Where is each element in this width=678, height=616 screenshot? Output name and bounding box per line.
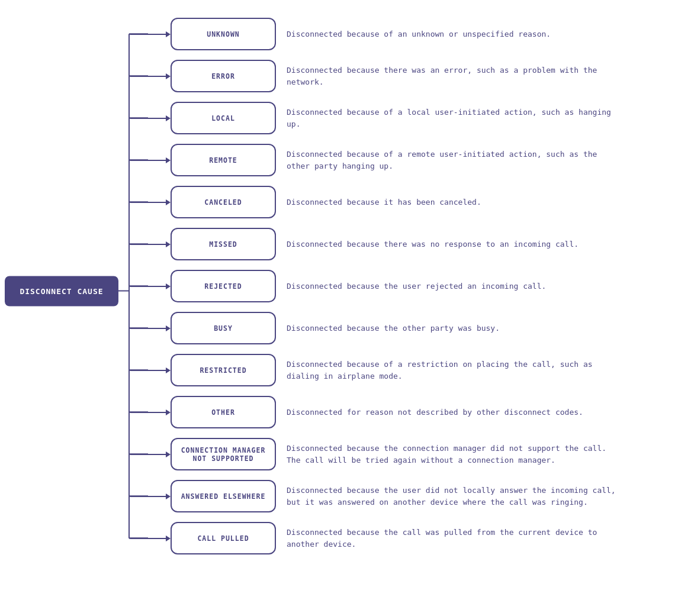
tree-row: RESTRICTEDDisconnected because of a rest… [130, 354, 678, 386]
arrow-head [166, 409, 171, 415]
arrow-head [166, 536, 171, 541]
horizontal-line [130, 496, 166, 497]
arrow-head [166, 451, 171, 457]
tree-row: LOCALDisconnected because of a local use… [130, 102, 678, 134]
connector [130, 494, 171, 499]
node-box-local: LOCAL [171, 102, 276, 134]
connector [130, 283, 171, 289]
tree-row: CALL PULLEDDisconnected because the call… [130, 522, 678, 554]
horizontal-line [130, 244, 166, 245]
horizontal-line [130, 538, 166, 539]
description-unknown: Disconnected because of an unknown or un… [287, 28, 551, 40]
description-rejected: Disconnected because the user rejected a… [287, 280, 546, 292]
arrow-head [166, 31, 171, 37]
tree-row: UNKNOWNDisconnected because of an unknow… [130, 18, 678, 50]
node-box-canceled: CANCELED [171, 186, 276, 218]
connector [130, 73, 171, 79]
description-error: Disconnected because there was an error,… [287, 64, 624, 88]
tree-row: BUSYDisconnected because the other party… [130, 312, 678, 344]
connector [130, 157, 171, 163]
connector [130, 409, 171, 415]
tree-row: MISSEDDisconnected because there was no … [130, 228, 678, 260]
horizontal-line [130, 328, 166, 329]
description-canceled: Disconnected because it has been cancele… [287, 196, 481, 208]
connector [130, 115, 171, 121]
node-box-rejected: REJECTED [171, 270, 276, 302]
horizontal-line [130, 412, 166, 413]
arrow-head [166, 283, 171, 289]
description-missed: Disconnected because there was no respon… [287, 238, 579, 250]
connector [130, 367, 171, 373]
arrow-head [166, 325, 171, 331]
horizontal-line [130, 118, 166, 119]
arrow-head [166, 494, 171, 499]
root-node: DISCONNECT CAUSE [5, 276, 118, 306]
tree-row: OTHERDisconnected for reason not describ… [130, 396, 678, 428]
node-box-answered-elsewhere: ANSWERED ELSEWHERE [171, 480, 276, 512]
description-call-pulled: Disconnected because the call was pulled… [287, 527, 624, 550]
node-box-missed: MISSED [171, 228, 276, 260]
connector [130, 536, 171, 541]
description-other: Disconnected for reason not described by… [287, 407, 583, 418]
description-connection-manager-not-supported: Disconnected because the connection mana… [287, 443, 624, 466]
tree-row: REMOTEDisconnected because of a remote u… [130, 144, 678, 176]
arrow-head [166, 199, 171, 205]
connector [130, 31, 171, 37]
connector [130, 325, 171, 331]
tree-row: ANSWERED ELSEWHEREDisconnected because t… [130, 480, 678, 512]
description-busy: Disconnected because the other party was… [287, 322, 500, 334]
horizontal-line [130, 454, 166, 455]
connector [130, 199, 171, 205]
arrow-head [166, 241, 171, 247]
description-remote: Disconnected because of a remote user-in… [287, 149, 624, 172]
description-local: Disconnected because of a local user-ini… [287, 107, 624, 130]
horizontal-line [130, 34, 166, 35]
tree-row: REJECTEDDisconnected because the user re… [130, 270, 678, 302]
tree-row: CANCELEDDisconnected because it has been… [130, 186, 678, 218]
node-box-unknown: UNKNOWN [171, 18, 276, 50]
horizontal-line [130, 286, 166, 287]
arrow-head [166, 367, 171, 373]
node-box-remote: REMOTE [171, 144, 276, 176]
horizontal-line [130, 76, 166, 77]
connector [130, 451, 171, 457]
horizontal-line [130, 370, 166, 371]
tree-row: CONNECTION MANAGER NOT SUPPORTEDDisconne… [130, 438, 678, 470]
description-answered-elsewhere: Disconnected because the user did not lo… [287, 485, 624, 508]
connector [130, 241, 171, 247]
arrow-head [166, 157, 171, 163]
node-box-connection-manager-not-supported: CONNECTION MANAGER NOT SUPPORTED [171, 438, 276, 470]
arrow-head [166, 73, 171, 79]
arrow-head [166, 115, 171, 121]
node-box-busy: BUSY [171, 312, 276, 344]
node-box-error: ERROR [171, 60, 276, 92]
horizontal-line [130, 202, 166, 203]
node-box-restricted: RESTRICTED [171, 354, 276, 386]
description-restricted: Disconnected because of a restriction on… [287, 359, 624, 382]
root-label: DISCONNECT CAUSE [20, 286, 103, 295]
node-box-other: OTHER [171, 396, 276, 428]
tree-row: ERRORDisconnected because there was an e… [130, 60, 678, 92]
horizontal-line [130, 160, 166, 161]
node-box-call-pulled: CALL PULLED [171, 522, 276, 554]
